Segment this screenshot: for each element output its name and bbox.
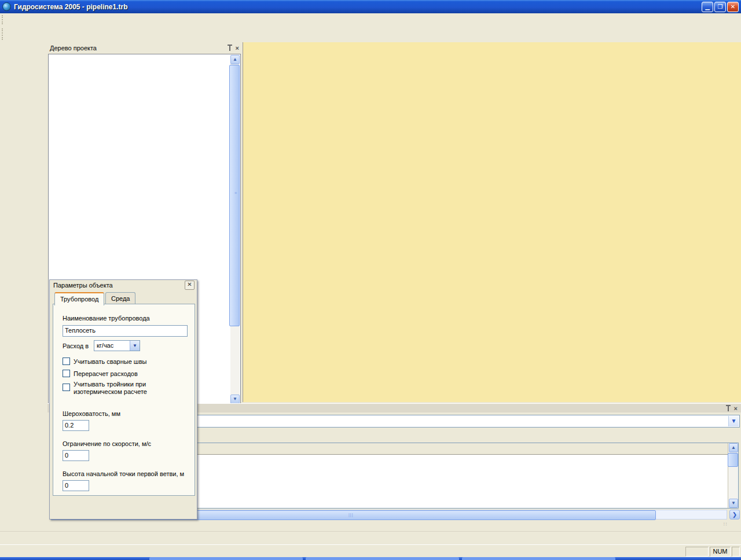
table-scroll-thumb[interactable] xyxy=(728,453,738,467)
results-pin-icon[interactable] xyxy=(726,405,731,411)
title-bar: Гидросистема 2005 - pipeline1.trb ▁ ❐ ✕ xyxy=(0,0,741,13)
close-button[interactable]: ✕ xyxy=(727,2,739,12)
restore-button[interactable]: ❐ xyxy=(714,2,726,12)
document-tabs xyxy=(0,531,741,545)
dialog-caption: Параметры объекта ✕ xyxy=(50,280,197,290)
taskbar-sliver xyxy=(0,557,741,560)
dialog-tab-page: Наименование трубопровода Теплосеть Расх… xyxy=(53,304,195,496)
status-bar: NUM xyxy=(0,544,741,558)
flow-units-label: Расход в xyxy=(63,342,89,349)
panel-resize-grip[interactable]: ∷ xyxy=(724,521,728,527)
recalc-checkbox-label: Перерасчет расходов xyxy=(74,370,138,378)
table-vscrollbar[interactable]: ▲ ▼ xyxy=(728,443,738,508)
status-box-1 xyxy=(685,547,709,557)
recalc-checkbox[interactable] xyxy=(63,370,70,377)
results-close-icon[interactable]: × xyxy=(734,405,738,412)
pin-icon[interactable] xyxy=(228,45,232,51)
tree-scroll-down-icon[interactable]: ▼ xyxy=(230,395,240,404)
pipeline-name-label: Наименование трубопровода xyxy=(63,315,150,322)
pipeline-name-input[interactable]: Теплосеть xyxy=(63,325,188,337)
tab-truboprovod[interactable]: Трубопровод xyxy=(54,292,104,305)
menu-bar xyxy=(0,13,741,27)
tree-scroll-up-icon[interactable]: ▲ xyxy=(230,55,240,64)
roughness-input[interactable]: 0.2 xyxy=(63,420,89,431)
table-hscroll-right-icon[interactable]: ❯ xyxy=(729,510,740,520)
start-height-label: Высота начальной точки первой ветви, м xyxy=(63,470,184,477)
tab-sreda[interactable]: Среда xyxy=(105,292,135,304)
tree-panel-title: Дерево проекта xyxy=(50,45,97,51)
menu-grip xyxy=(2,15,6,24)
tree-scrollbar[interactable]: ▲ ≡ ▼ xyxy=(230,55,240,404)
app-logo-icon xyxy=(2,2,11,11)
dialog-title: Параметры объекта xyxy=(53,282,113,289)
main-toolbar xyxy=(0,26,741,42)
welds-checkbox-label: Учитывать сварные швы xyxy=(74,358,146,366)
start-height-input[interactable]: 0 xyxy=(63,480,89,491)
object-parameters-dialog: Параметры объекта ✕ Трубопровод Среда На… xyxy=(49,279,197,520)
status-box-2 xyxy=(732,547,740,557)
window-title: Гидросистема 2005 - pipeline1.trb xyxy=(14,3,128,11)
flow-units-value: кг/час xyxy=(97,342,113,349)
tees-checkbox[interactable] xyxy=(63,384,70,391)
status-num-indicator: NUM xyxy=(710,547,731,557)
combo-dropdown-icon[interactable]: ▼ xyxy=(728,416,739,426)
table-scroll-up-icon[interactable]: ▲ xyxy=(729,443,738,452)
speed-limit-label: Ограничение по скорости, м/с xyxy=(63,440,151,447)
flow-units-combobox[interactable]: кг/час ▼ xyxy=(94,340,140,351)
flow-combo-dropdown-icon[interactable]: ▼ xyxy=(130,341,140,351)
dialog-close-icon[interactable]: ✕ xyxy=(185,281,195,290)
left-toolbars xyxy=(0,42,47,531)
tree-panel-header: Дерево проекта × xyxy=(47,42,241,53)
minimize-button[interactable]: ▁ xyxy=(702,2,713,12)
toolbar-grip xyxy=(2,28,6,40)
speed-limit-input[interactable]: 0 xyxy=(63,450,89,461)
roughness-label: Шероховатость, мм xyxy=(63,410,120,417)
welds-checkbox[interactable] xyxy=(63,358,70,365)
close-panel-icon[interactable]: × xyxy=(236,45,239,51)
tees-checkbox-label: Учитывать тройники при изотермическом ра… xyxy=(74,381,186,396)
tree-scroll-thumb[interactable] xyxy=(229,65,240,326)
map-canvas[interactable] xyxy=(243,42,741,402)
table-scroll-down-icon[interactable]: ▼ xyxy=(729,499,738,508)
